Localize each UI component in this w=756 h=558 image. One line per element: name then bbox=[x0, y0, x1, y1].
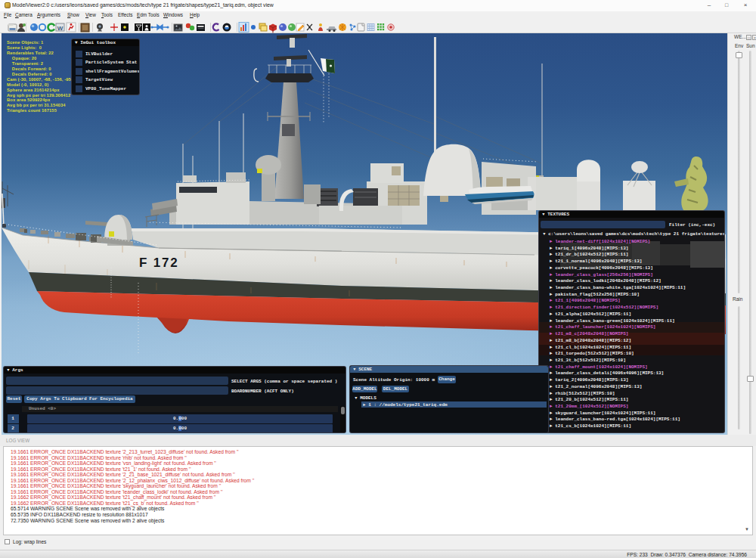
svg-text:W: W bbox=[57, 25, 64, 32]
svg-text:F 172: F 172 bbox=[139, 256, 178, 270]
